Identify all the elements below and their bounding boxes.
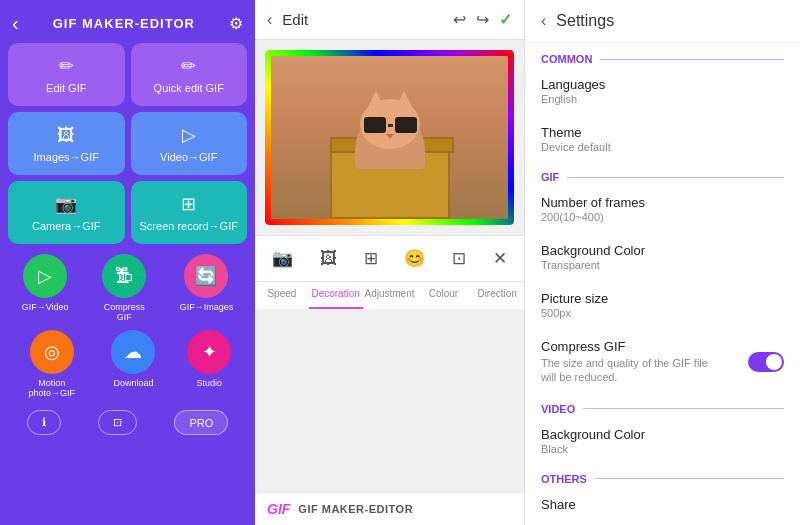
small-icons-row-1: ▷ GIF→Video 🗜 Compress GIF 🔄 GIF→Images <box>8 254 247 322</box>
studio-label: Studio <box>196 378 222 388</box>
gif-text: GIF <box>267 501 290 517</box>
download-label: Download <box>113 378 153 388</box>
section-common: COMMON <box>525 43 800 69</box>
grid-button[interactable]: ⊡ <box>98 410 137 435</box>
compress-gif-item[interactable]: 🗜 Compress GIF <box>96 254 152 322</box>
screen-record-to-gif-button[interactable]: ⊞ Screen record→GIF <box>131 181 248 244</box>
gif-to-video-item[interactable]: ▷ GIF→Video <box>22 254 69 322</box>
languages-title: Languages <box>541 77 784 92</box>
section-others: OTHERS <box>525 463 800 489</box>
camera-gif-label: Camera→GIF <box>32 220 100 232</box>
gif-to-video-icon: ▷ <box>23 254 67 298</box>
settings-picture-size[interactable]: Picture size 500px <box>525 283 800 327</box>
section-gif: GIF <box>525 161 800 187</box>
settings-share[interactable]: Share <box>525 489 800 520</box>
tab-adjustment[interactable]: Adjustment <box>363 282 417 309</box>
download-icon: ☁ <box>111 330 155 374</box>
settings-number-frames[interactable]: Number of frames 200(10~400) <box>525 187 800 231</box>
motion-photo-icon: ◎ <box>30 330 74 374</box>
camera-to-gif-button[interactable]: 📷 Camera→GIF <box>8 181 125 244</box>
main-buttons-grid: ✏ Edit GIF ✏ Quick edit GIF 🖼 Images→GIF… <box>8 43 247 244</box>
quick-edit-gif-button[interactable]: ✏ Quick edit GIF <box>131 43 248 106</box>
mid-header-actions: ↩ ↪ ✓ <box>453 10 512 29</box>
section-video: VIDEO <box>525 393 800 419</box>
studio-item[interactable]: ✦ Studio <box>187 330 231 398</box>
frames-sub: 200(10~400) <box>541 211 784 223</box>
mid-header: ‹ Edit ↩ ↪ ✓ <box>255 0 524 40</box>
tab-colour[interactable]: Colour <box>417 282 471 309</box>
redo-icon[interactable]: ↪ <box>476 10 489 29</box>
download-item[interactable]: ☁ Download <box>111 330 155 398</box>
confirm-icon[interactable]: ✓ <box>499 10 512 29</box>
screen-record-icon: ⊞ <box>181 193 196 215</box>
gif-to-images-item[interactable]: 🔄 GIF→Images <box>180 254 234 322</box>
close-tool-icon[interactable]: ✕ <box>489 244 511 273</box>
languages-sub: English <box>541 93 784 105</box>
studio-icon: ✦ <box>187 330 231 374</box>
frames-title: Number of frames <box>541 195 784 210</box>
gif-toolbar: 📷 🖼 ⊞ 😊 ⊡ ✕ <box>255 235 524 281</box>
settings-compress-gif: Compress GIF The size and quality of the… <box>525 331 800 393</box>
video-gif-label: Video→GIF <box>160 151 217 163</box>
tab-speed[interactable]: Speed <box>255 282 309 309</box>
left-back-icon[interactable]: ‹ <box>12 12 19 35</box>
mid-title: Edit <box>282 11 443 28</box>
emoji-tool-icon[interactable]: 😊 <box>400 244 429 273</box>
gif-preview <box>265 50 514 225</box>
undo-icon[interactable]: ↩ <box>453 10 466 29</box>
settings-theme[interactable]: Theme Device default <box>525 117 800 161</box>
video-gif-icon: ▷ <box>182 124 196 146</box>
right-panel: ‹ Settings COMMON Languages English Them… <box>525 0 800 525</box>
app-title: GIF MAKER-EDITOR <box>53 16 195 31</box>
small-icons-row-2: ◎ Motion photo→GIF ☁ Download ✦ Studio <box>8 330 247 398</box>
video-bg-sub: Black <box>541 443 784 455</box>
bottom-buttons-row: ℹ ⊡ PRO <box>8 406 247 435</box>
share-title: Share <box>541 497 784 512</box>
compress-gif-label: Compress GIF <box>96 302 152 322</box>
settings-bg-color[interactable]: Background Color Transparent <box>525 235 800 279</box>
compress-gif-left: Compress GIF The size and quality of the… <box>541 339 748 385</box>
images-to-gif-button[interactable]: 🖼 Images→GIF <box>8 112 125 175</box>
theme-title: Theme <box>541 125 784 140</box>
gif-to-video-label: GIF→Video <box>22 302 69 312</box>
picture-size-sub: 500px <box>541 307 784 319</box>
gif-to-images-label: GIF→Images <box>180 302 234 312</box>
quick-edit-label: Quick edit GIF <box>154 82 224 94</box>
gif-tabs: Speed Decoration Adjustment Colour Direc… <box>255 281 524 309</box>
motion-photo-item[interactable]: ◎ Motion photo→GIF <box>24 330 80 398</box>
camera-gif-icon: 📷 <box>55 193 77 215</box>
pro-button[interactable]: PRO <box>174 410 228 435</box>
compress-gif-toggle[interactable] <box>748 352 784 372</box>
info-button[interactable]: ℹ <box>27 410 61 435</box>
mid-panel: ‹ Edit ↩ ↪ ✓ <box>255 0 525 525</box>
tab-direction[interactable]: Direction <box>470 282 524 309</box>
mid-bottom-logo: GIF GIF MAKER-EDITOR <box>255 492 524 525</box>
settings-languages[interactable]: Languages English <box>525 69 800 113</box>
motion-photo-label: Motion photo→GIF <box>24 378 80 398</box>
settings-header: ‹ Settings <box>525 0 800 43</box>
camera-tool-icon[interactable]: 📷 <box>268 244 297 273</box>
theme-sub: Device default <box>541 141 784 153</box>
image-tool-icon[interactable]: 🖼 <box>316 245 341 273</box>
tab-decoration[interactable]: Decoration <box>309 282 363 309</box>
compress-gif-title: Compress GIF <box>541 339 748 354</box>
edit-gif-button[interactable]: ✏ Edit GIF <box>8 43 125 106</box>
settings-icon[interactable]: ⚙ <box>229 14 243 33</box>
left-header: ‹ GIF MAKER-EDITOR ⚙ <box>8 8 247 43</box>
bg-color-title: Background Color <box>541 243 784 258</box>
settings-video-bg-color[interactable]: Background Color Black <box>525 419 800 463</box>
gif-to-images-icon: 🔄 <box>184 254 228 298</box>
edit-gif-label: Edit GIF <box>46 82 86 94</box>
screen-record-label: Screen record→GIF <box>140 220 238 232</box>
frame-tool-icon[interactable]: ⊡ <box>448 244 470 273</box>
images-gif-label: Images→GIF <box>34 151 99 163</box>
picture-size-title: Picture size <box>541 291 784 306</box>
compress-gif-desc: The size and quality of the GIF file wil… <box>541 356 721 385</box>
settings-back-icon[interactable]: ‹ <box>541 12 546 30</box>
images-gif-icon: 🖼 <box>57 125 75 146</box>
compress-gif-icon: 🗜 <box>102 254 146 298</box>
gif-maker-editor-text: GIF MAKER-EDITOR <box>298 503 413 515</box>
mid-back-icon[interactable]: ‹ <box>267 11 272 29</box>
layout-tool-icon[interactable]: ⊞ <box>360 244 382 273</box>
video-to-gif-button[interactable]: ▷ Video→GIF <box>131 112 248 175</box>
